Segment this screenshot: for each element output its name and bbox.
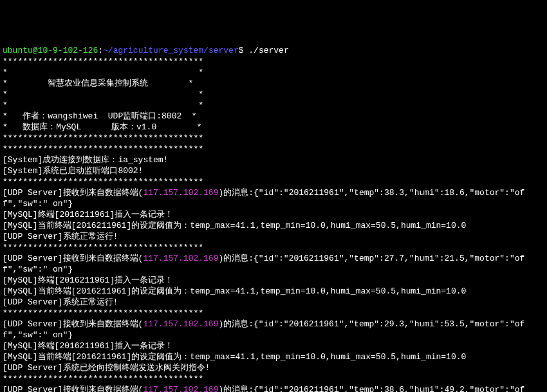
udp-receive-line: [UDP Server]接收到来自数据终端(117.157.102.169)的消… (3, 253, 544, 275)
terminal-line: [UDP Server]系统正常运行! (3, 231, 544, 242)
terminal-line: [MySQL]终端[2016211961]插入一条记录！ (3, 209, 544, 220)
terminal-line: * * (3, 89, 544, 100)
terminal-line: * * (3, 67, 544, 78)
terminal-line: * 数据库：MySQL 版本：v1.0 * (3, 122, 544, 133)
terminal-line: **************************************** (3, 144, 544, 154)
terminal-line: [UDP Server]系统已经向控制终端发送水阀关闭指令! (3, 362, 544, 373)
client-ip: 117.157.102.169 (143, 254, 218, 263)
terminal-line: **************************************** (3, 373, 544, 384)
terminal-line: **************************************** (3, 242, 544, 253)
terminal-line: **************************************** (3, 56, 544, 67)
terminal-line: [System]系统已启动监听端口8002! (3, 165, 544, 176)
udp-receive-line: [UDP Server]接收到来自数据终端(117.157.102.169)的消… (3, 384, 544, 392)
terminal-line: * 作者：wangshiwei UDP监听端口:8002 * (3, 111, 544, 122)
terminal-output: ubuntu@10-9-102-126:~/agriculture_system… (3, 45, 544, 392)
terminal-line: [MySQL]当前终端[2016211961]的设定阈值为：temp_max=4… (3, 286, 544, 297)
client-ip: 117.157.102.169 (143, 188, 218, 198)
terminal-line: * * (3, 100, 544, 111)
terminal-line: [MySQL]终端[2016211961]插入一条记录！ (3, 275, 544, 286)
udp-receive-line: [UDP Server]接收到来自数据终端(117.157.102.169)的消… (3, 319, 544, 341)
terminal-line: **************************************** (3, 133, 544, 144)
terminal-line: **************************************** (3, 176, 544, 187)
terminal-line: [MySQL]当前终端[2016211961]的设定阈值为：temp_max=4… (3, 351, 544, 362)
terminal-line: **************************************** (3, 308, 544, 319)
terminal-line: [MySQL]终端[2016211961]插入一条记录！ (3, 341, 544, 351)
terminal-line: [UDP Server]系统正常运行! (3, 297, 544, 308)
shell-prompt[interactable]: ubuntu@10-9-102-126:~/agriculture_system… (3, 45, 544, 56)
udp-receive-line: [UDP Server]接收到来自数据终端(117.157.102.169)的消… (3, 187, 544, 209)
terminal-line: * 智慧农业信息采集控制系统 * (3, 78, 544, 89)
terminal-line: [MySQL]当前终端[2016211961]的设定阈值为：temp_max=4… (3, 220, 544, 231)
client-ip: 117.157.102.169 (143, 385, 218, 392)
client-ip: 117.157.102.169 (143, 319, 218, 329)
terminal-line: [System]成功连接到数据库：ia_system! (3, 154, 544, 165)
